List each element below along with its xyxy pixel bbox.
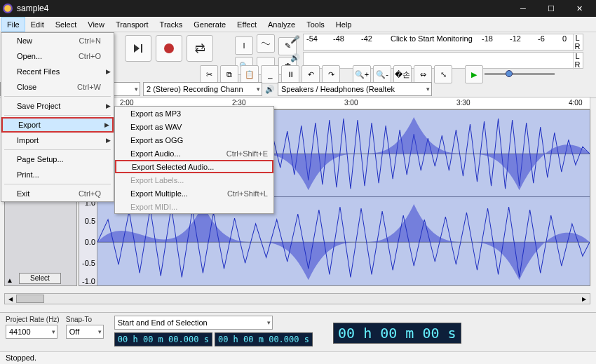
app-icon: [3, 4, 13, 13]
export-ogg[interactable]: Export as OGG: [115, 133, 273, 147]
export-multiple[interactable]: Export Multiple...Ctrl+Shift+L: [115, 187, 273, 200]
scroll-right-arrow[interactable]: ▶: [578, 294, 590, 304]
project-rate-label: Project Rate (Hz): [6, 316, 60, 323]
export-mp3[interactable]: Export as MP3: [115, 107, 273, 120]
file-menu-dropdown: NewCtrl+N Open...Ctrl+O Recent Files▶ Cl…: [1, 32, 114, 202]
record-button[interactable]: [156, 35, 182, 62]
loop-button[interactable]: [187, 35, 213, 62]
menu-tools[interactable]: Tools: [301, 17, 330, 32]
menu-transport[interactable]: Transport: [110, 17, 154, 32]
export-wav[interactable]: Export as WAV: [115, 120, 273, 133]
menu-generate[interactable]: Generate: [188, 17, 231, 32]
file-import[interactable]: Import▶: [1, 133, 114, 148]
mic-icon[interactable]: 🎤: [290, 35, 300, 44]
menu-view[interactable]: View: [82, 17, 110, 32]
menu-analyze[interactable]: Analyze: [262, 17, 301, 32]
minimize-button[interactable]: ─: [509, 0, 537, 17]
skip-end-button[interactable]: [125, 35, 151, 62]
audio-position-time[interactable]: 00 h 00 m 00 s: [333, 323, 461, 344]
file-close[interactable]: CloseCtrl+W: [1, 79, 114, 95]
output-device-combo[interactable]: Speakers / Headphones (Realtek: [278, 82, 432, 96]
channels-combo[interactable]: 2 (Stereo) Recording Chann: [143, 82, 262, 96]
snap-to-label: Snap-To: [66, 316, 104, 323]
menu-select[interactable]: Select: [50, 17, 83, 32]
menu-help[interactable]: Help: [330, 17, 358, 32]
envelope-tool[interactable]: [257, 34, 275, 53]
selection-tool[interactable]: I: [235, 36, 253, 55]
file-export[interactable]: Export▶: [1, 117, 114, 133]
menu-file[interactable]: File: [1, 17, 25, 32]
scroll-thumb[interactable]: [16, 295, 44, 303]
status-text: Stopped.: [6, 353, 36, 362]
export-audio[interactable]: Export Audio...Ctrl+Shift+E: [115, 147, 273, 160]
recording-meter[interactable]: -54 -48 -42 Click to Start Monitoring -1…: [303, 34, 583, 50]
selection-mode-combo[interactable]: Start and End of Selection: [114, 316, 273, 330]
menubar: File Edit Select View Transport Tracks G…: [0, 17, 596, 32]
titlebar: sample4 ─ ☐ ✕: [0, 0, 596, 17]
menu-edit[interactable]: Edit: [25, 17, 50, 32]
scroll-left-arrow[interactable]: ◀: [5, 294, 16, 304]
svg-point-0: [4, 5, 11, 12]
selection-toolbar: Project Rate (Hz) 44100 Snap-To Off Star…: [0, 312, 596, 351]
record-icon: [164, 43, 174, 53]
meter-ticks: -54 -48 -42 Click to Start Monitoring -1…: [306, 34, 573, 50]
selection-start-time[interactable]: 00 h 00 m 00.000 s: [114, 332, 212, 346]
project-rate-combo[interactable]: 44100: [6, 325, 57, 339]
export-midi[interactable]: Export MIDI...: [115, 200, 273, 213]
maximize-button[interactable]: ☐: [537, 0, 565, 17]
menu-tracks[interactable]: Tracks: [154, 17, 189, 32]
status-bar: Stopped.: [0, 351, 596, 364]
track-collapse[interactable]: ▲: [6, 276, 13, 284]
export-submenu: Export as MP3 Export as WAV Export as OG…: [114, 106, 274, 214]
export-selected-audio[interactable]: Export Selected Audio...: [115, 160, 273, 173]
file-recent[interactable]: Recent Files▶: [1, 64, 114, 79]
file-new[interactable]: NewCtrl+N: [1, 33, 114, 48]
meter-prompt: Click to Start Monitoring: [391, 34, 473, 43]
horizontal-scrollbar[interactable]: ◀ ▶: [4, 293, 590, 304]
speed-slider[interactable]: [485, 65, 555, 83]
file-open[interactable]: Open...Ctrl+O: [1, 48, 114, 64]
file-print[interactable]: Print...: [1, 167, 114, 182]
output-speaker-icon: 🔊: [265, 85, 275, 94]
speaker-icon[interactable]: 🔊: [290, 53, 300, 62]
file-page-setup[interactable]: Page Setup...: [1, 151, 114, 167]
track-select-button[interactable]: Select: [19, 273, 61, 284]
selection-end-time[interactable]: 00 h 00 m 00.000 s: [215, 332, 313, 346]
export-labels[interactable]: Export Labels...: [115, 173, 273, 187]
snap-to-combo[interactable]: Off: [66, 325, 104, 339]
meter-rl: LR: [573, 34, 581, 51]
close-button[interactable]: ✕: [565, 0, 593, 17]
menu-effect[interactable]: Effect: [231, 17, 262, 32]
file-exit[interactable]: ExitCtrl+Q: [1, 186, 114, 201]
file-save-project[interactable]: Save Project▶: [1, 98, 114, 114]
window-title: sample4: [17, 4, 509, 13]
